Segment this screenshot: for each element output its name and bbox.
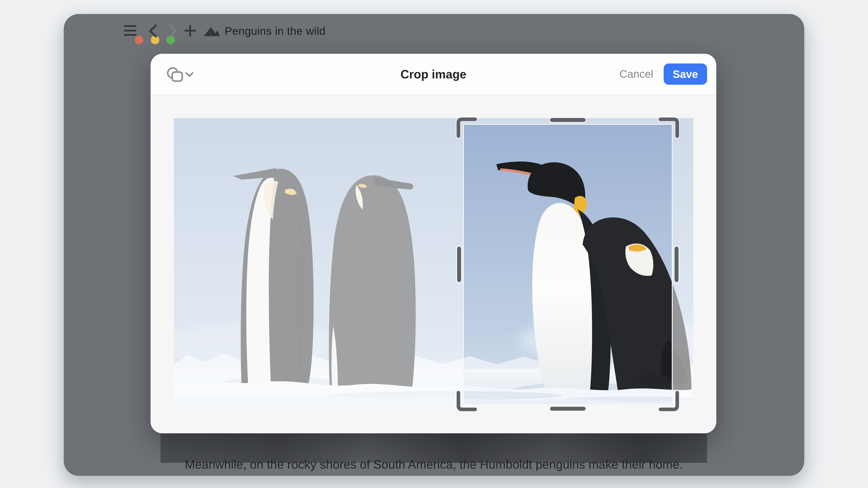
back-chevron-icon: [150, 25, 156, 37]
modal-header: Crop image Cancel Save: [151, 54, 716, 95]
forward-chevron-icon: [169, 25, 176, 37]
crop-handle-bottom[interactable]: [550, 407, 586, 411]
back-button[interactable]: [148, 24, 157, 38]
hamburger-icon: [124, 25, 136, 27]
crop-handle-bottom-right[interactable]: [659, 391, 680, 412]
crop-handle-right[interactable]: [675, 247, 679, 282]
new-page-button[interactable]: [184, 25, 196, 37]
crop-editor: [174, 118, 693, 410]
crop-handle-left[interactable]: [457, 247, 461, 282]
forward-button[interactable]: [168, 24, 178, 38]
crop-selection[interactable]: [463, 124, 673, 405]
crop-modal: Crop image Cancel Save: [151, 54, 716, 433]
traffic-light-close[interactable]: [135, 36, 143, 44]
crop-handle-bottom-left[interactable]: [456, 391, 477, 412]
doc-title: Penguins in the wild: [225, 25, 326, 37]
document-caption: Meanwhile, on the rocky shores of South …: [160, 456, 707, 472]
crop-handle-top-right[interactable]: [659, 117, 680, 138]
plus-icon: [185, 26, 195, 36]
menu-button[interactable]: [124, 25, 136, 36]
image-doc-icon: [204, 27, 220, 37]
page: Penguins in the wild Meanwhile, on the r…: [0, 0, 868, 488]
crop-handle-top-left[interactable]: [456, 117, 477, 138]
cancel-button[interactable]: Cancel: [620, 68, 653, 80]
save-button[interactable]: Save: [664, 64, 707, 85]
crop-handle-top[interactable]: [550, 118, 586, 122]
